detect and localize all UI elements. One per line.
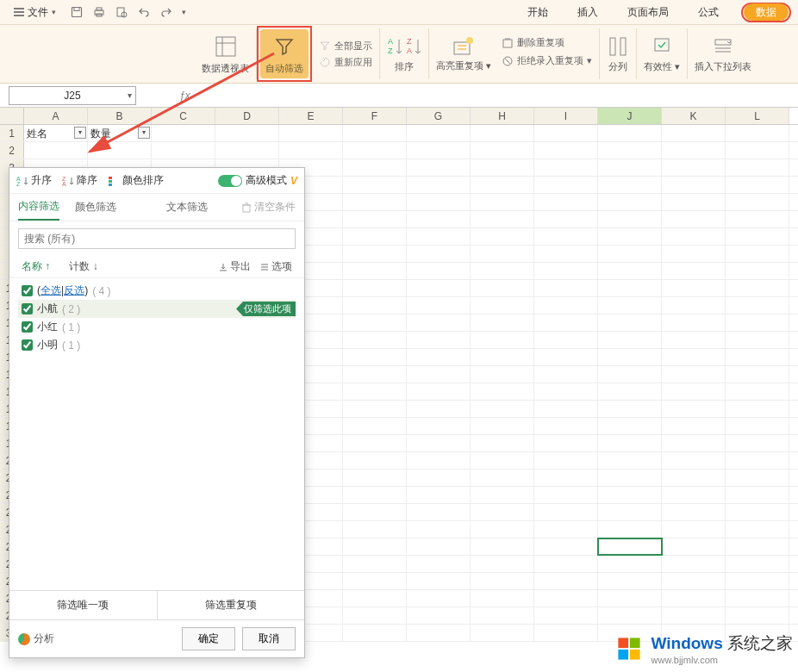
cell[interactable]	[726, 263, 789, 279]
color-sort-button[interactable]: 颜色排序	[108, 173, 164, 188]
cell[interactable]	[343, 590, 407, 607]
cell[interactable]	[407, 625, 471, 641]
cell[interactable]	[471, 538, 534, 555]
tab-content-filter[interactable]: 内容筛选	[18, 194, 59, 221]
cell[interactable]	[534, 125, 598, 141]
cell[interactable]	[88, 142, 152, 159]
tab-insert[interactable]: 插入	[570, 2, 605, 23]
filter-handle-A[interactable]: ▾	[74, 127, 86, 139]
cell[interactable]	[343, 228, 407, 245]
cell[interactable]	[726, 297, 789, 314]
cell[interactable]	[471, 228, 534, 245]
cell[interactable]	[407, 314, 471, 331]
cell[interactable]	[598, 366, 662, 383]
export-button[interactable]: 导出	[218, 259, 251, 274]
cell[interactable]	[726, 246, 789, 262]
ribbon-validity-group[interactable]: 有效性 ▾	[637, 28, 688, 79]
undo-icon[interactable]	[137, 5, 151, 19]
cell[interactable]	[471, 349, 534, 365]
cell[interactable]	[471, 521, 534, 538]
cell[interactable]	[534, 401, 598, 417]
cell[interactable]	[726, 366, 789, 383]
cell[interactable]	[407, 349, 471, 365]
cell[interactable]	[534, 521, 598, 538]
cell[interactable]	[343, 521, 407, 538]
cell[interactable]	[343, 383, 407, 400]
cell[interactable]	[343, 573, 407, 589]
cell[interactable]	[343, 452, 407, 469]
cell[interactable]	[343, 401, 407, 417]
cell[interactable]	[471, 625, 534, 641]
cell[interactable]	[471, 246, 534, 262]
cell[interactable]	[471, 607, 534, 624]
cell[interactable]	[726, 401, 789, 417]
filter-item[interactable]: 小航 ( 2 )仅筛选此项	[18, 300, 296, 318]
col-L[interactable]: L	[726, 108, 789, 124]
cell[interactable]	[407, 504, 471, 520]
cell[interactable]	[598, 470, 662, 486]
cell[interactable]	[726, 556, 789, 572]
cell[interactable]	[343, 314, 407, 331]
cell[interactable]	[726, 280, 789, 296]
cell[interactable]	[471, 452, 534, 469]
cell[interactable]	[598, 142, 662, 159]
cell[interactable]	[598, 435, 662, 451]
cell[interactable]	[598, 194, 662, 210]
cell[interactable]	[534, 211, 598, 227]
invert-link[interactable]: 反选	[64, 284, 84, 296]
cell[interactable]	[534, 142, 598, 159]
cell[interactable]	[407, 573, 471, 589]
cell[interactable]	[662, 401, 726, 417]
cell[interactable]	[598, 332, 662, 348]
ribbon-sort-group[interactable]: AZ ZA 排序	[380, 28, 429, 79]
cell[interactable]	[534, 280, 598, 296]
cell[interactable]	[279, 125, 343, 141]
cell[interactable]	[598, 504, 662, 520]
cell[interactable]	[471, 125, 534, 141]
cell[interactable]	[534, 625, 598, 641]
cell[interactable]	[726, 590, 789, 607]
filter-dup-button[interactable]: 筛选重复项	[157, 591, 305, 619]
formula-input[interactable]	[196, 86, 798, 105]
cell[interactable]	[726, 435, 789, 451]
cell[interactable]	[534, 435, 598, 451]
cell[interactable]	[534, 383, 598, 400]
cell[interactable]	[343, 556, 407, 572]
cell[interactable]	[471, 470, 534, 486]
fx-icon[interactable]: ƒx	[179, 90, 190, 102]
cell[interactable]	[343, 194, 407, 210]
cell[interactable]	[598, 246, 662, 262]
cell[interactable]	[662, 159, 726, 176]
cell[interactable]	[598, 159, 662, 176]
cell[interactable]	[534, 349, 598, 365]
filter-unique-button[interactable]: 筛选唯一项	[9, 591, 157, 619]
cell[interactable]	[726, 349, 789, 365]
reapply-button[interactable]: 重新应用	[319, 55, 372, 70]
cell[interactable]	[534, 487, 598, 503]
cell[interactable]	[662, 418, 726, 434]
select-all-row[interactable]: (全选|反选) ( 4 )	[18, 282, 296, 300]
select-all-corner[interactable]	[0, 108, 24, 124]
cell[interactable]	[662, 228, 726, 245]
cell[interactable]	[343, 297, 407, 314]
filter-item[interactable]: 小红 ( 1 )	[18, 318, 296, 336]
cell[interactable]	[534, 607, 598, 624]
cell[interactable]	[534, 263, 598, 279]
count-sort-link[interactable]: 计数 ↓	[69, 259, 97, 274]
cell[interactable]	[24, 142, 88, 159]
cell[interactable]	[407, 366, 471, 383]
cell[interactable]	[471, 194, 534, 210]
cell[interactable]	[662, 504, 726, 520]
cell[interactable]	[343, 470, 407, 486]
cell[interactable]	[662, 556, 726, 572]
cell[interactable]	[662, 349, 726, 365]
cell[interactable]	[343, 366, 407, 383]
col-E[interactable]: E	[279, 108, 343, 124]
advanced-mode-toggle[interactable]: 高级模式 V	[218, 173, 297, 188]
cell[interactable]	[726, 452, 789, 469]
name-sort-link[interactable]: 名称 ↑	[22, 259, 50, 274]
cell[interactable]	[471, 590, 534, 607]
cell[interactable]	[662, 280, 726, 296]
ribbon-dropdown-group[interactable]: 插入下拉列表	[688, 28, 758, 79]
cell[interactable]	[726, 607, 789, 624]
